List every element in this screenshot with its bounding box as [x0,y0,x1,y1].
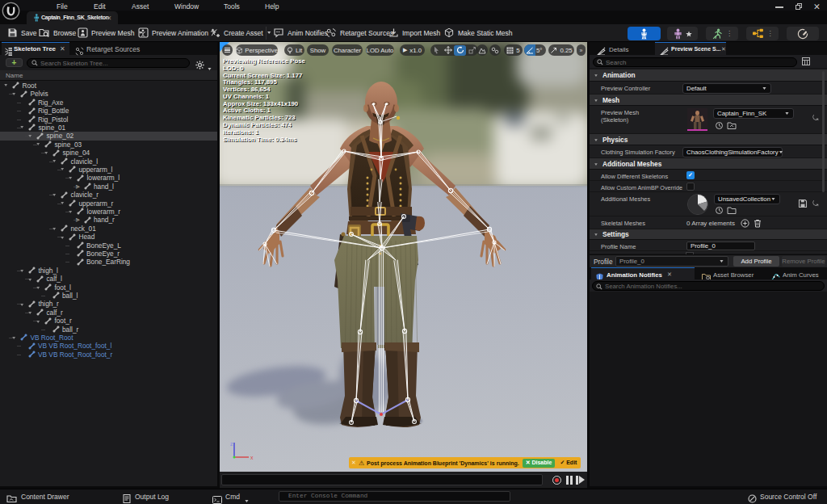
svg-text:z: z [230,441,233,447]
svg-text:x: x [250,455,254,460]
